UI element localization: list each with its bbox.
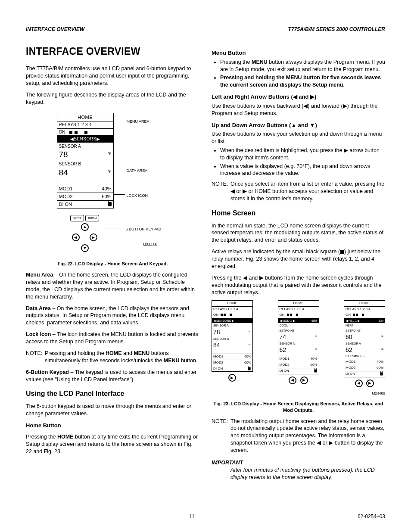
up-arrow-button[interactable]: ▲: [81, 223, 89, 231]
note-select: NOTE: Once you select an item from a lis…: [212, 180, 385, 202]
mini-c-hdr-r: ON: [379, 319, 384, 323]
menu-button[interactable]: menu: [85, 215, 99, 221]
mini-a-v2: 84ºF: [212, 341, 252, 349]
mini-c-setp: SETPOINT: [344, 328, 385, 333]
val-b: 84: [59, 168, 68, 177]
lcd-box: HOME RELAYS 1 2 3 4 ON ◀SENSORS▶ SENSOR …: [57, 113, 114, 208]
m2v: 60%: [244, 361, 251, 365]
mini-c-hdr-l: ◀ REL 1 ▶: [346, 319, 360, 323]
relay-indicator-icon: [296, 314, 298, 316]
relay-indicator-icon: [69, 131, 72, 134]
note-label: NOTE:: [26, 350, 45, 364]
m1l: MOD1: [346, 360, 355, 364]
lock-icon: [314, 369, 317, 372]
mini-a-v1-val: 78: [213, 329, 220, 336]
dil: DI ON: [213, 367, 223, 371]
title-interface-overview: INTERFACE OVERVIEW: [26, 45, 199, 58]
mini-mod2: MOD260%: [278, 362, 319, 368]
note-lock: NOTE: Pressing and holding the HOME and …: [26, 350, 199, 364]
ud-list: When the desired item is highlighted, yo…: [220, 147, 385, 177]
ud-li2: When a value is displayed (e.g. 70°F), t…: [220, 163, 385, 177]
mod2-label: MOD2: [59, 193, 73, 200]
mini-on-row: ON: [344, 312, 385, 318]
mini-b-nav: ◀ ▶: [278, 376, 319, 387]
keypad-label: 6-Button Keypad: [26, 369, 69, 375]
home-button-p: Pressing the HOME button at any time exi…: [26, 433, 199, 455]
data-area-para: Data Area – On the home screen, the LCD …: [26, 305, 199, 327]
fig23-caption: Fig. 23. LCD Display - Home Screen Displ…: [212, 401, 385, 414]
callout-line: [114, 120, 125, 120]
mini-a-v2-val: 84: [213, 342, 220, 348]
mini-di: DI ON: [212, 366, 252, 372]
lcd-on-row: ON: [57, 129, 113, 136]
page-number: 11: [189, 513, 194, 520]
left-arrow-button[interactable]: ◀: [355, 380, 363, 387]
callout-line: [114, 194, 125, 195]
ud-li1: When the desired item is highlighted, yo…: [220, 147, 385, 162]
mini-b-v1: 74ºF: [278, 333, 319, 341]
menu-area-label: Menu Area: [26, 272, 53, 278]
lcd-mod1-row: MOD140%: [57, 185, 113, 193]
right-arrow-button[interactable]: ▶: [300, 376, 308, 384]
home-p3: Pressing the ◀ and ▶ buttons from the ho…: [212, 274, 385, 296]
note-body: Once you select an item from a list or e…: [230, 180, 385, 202]
mini-c-v1-val: 60: [346, 333, 352, 340]
left-arrow-button[interactable]: ◀: [72, 233, 80, 241]
mini-b-v1-val: 74: [280, 333, 286, 340]
callout-data-area: DATA AREA: [127, 168, 148, 173]
home-p2a: Active relays are indicated by the small…: [212, 249, 340, 255]
mini-c-nav: ◀ ▶: [344, 379, 385, 390]
relay-indicator-icon: [287, 314, 289, 316]
mini-c-v1: 60ºF: [344, 333, 385, 341]
lcd-mod2-row: MOD260%: [57, 193, 113, 200]
data-area-label: Data Area: [26, 305, 51, 311]
relay-indicator-icon: [230, 314, 232, 316]
lcd-relays: RELAYS 1 2 3 4: [57, 121, 113, 129]
mini-c-heat: HEAT: [344, 323, 385, 328]
intro-p1: The T775A/B/M controllers use an LCD pan…: [26, 65, 199, 87]
mini-di: DI ON: [344, 371, 385, 377]
mini-b-hdr-r: 40%: [311, 319, 317, 323]
relay-off-icon: [79, 131, 82, 134]
relay-off-icon: [359, 314, 361, 316]
h3-home-button: Home Button: [26, 422, 199, 429]
lcd-sensors-header: ◀SENSORS▶: [57, 136, 113, 143]
right-arrow-button[interactable]: ▶: [90, 233, 97, 241]
down-arrow-button[interactable]: ▼: [81, 244, 89, 252]
deg-unit: ºF: [315, 348, 318, 351]
mini-c-v2-val: 62: [346, 346, 352, 353]
left-arrow-button[interactable]: ◀: [289, 376, 296, 384]
fig22-caption: Fig. 22. LCD Display - Home Screen And K…: [26, 261, 199, 267]
mini-c-sensa: SENSOR A: [344, 341, 385, 346]
relay-off-icon: [293, 314, 295, 316]
mini-on: ON: [280, 313, 285, 317]
fig23-code: M24489: [212, 391, 385, 396]
m2l: MOD2: [213, 361, 223, 365]
ud-p: Use these buttons to move your selection…: [212, 131, 385, 145]
fig22-lcd-keypad: HOME RELAYS 1 2 3 4 ON ◀SENSORS▶ SENSOR …: [57, 113, 169, 257]
mini-a-l2: SENSOR B: [212, 336, 252, 341]
menu-li2: Pressing and holding the MENU button for…: [220, 74, 385, 89]
lock-icon-para: Lock Icon – The icon indicates the MENU …: [26, 331, 199, 345]
mini-b-hdr-l: ◀ MOD 1 ▶: [280, 319, 295, 323]
mini-mod1: MOD140%: [278, 356, 319, 362]
note-body: The modulating output home screen and th…: [230, 418, 385, 454]
dpad: ▲ ◀ ▶ ▼: [57, 223, 113, 255]
mini-relays: RELAYS 1 2 3 4: [344, 307, 385, 312]
right-arrow-button[interactable]: ▶: [228, 374, 236, 382]
relay-indicator-icon: [224, 314, 226, 316]
dil: DI ON: [280, 369, 289, 373]
lock-icon-label: Lock Icon: [26, 331, 51, 337]
home-button[interactable]: home: [70, 215, 84, 221]
mini-b-v2: 62ºF: [278, 346, 319, 354]
m1l: MOD1: [213, 355, 223, 359]
mod1-value: 40%: [102, 186, 111, 192]
mini-home: HOME: [344, 301, 385, 307]
right-arrow-button[interactable]: ▶: [366, 380, 374, 387]
lcd-on-label: ON: [59, 130, 65, 134]
note-label: NOTE:: [212, 180, 230, 202]
m1l: MOD1: [280, 357, 290, 361]
h2-using-interface: Using the LCD Panel Interface: [26, 389, 199, 398]
menu-area-para: Menu Area – On the home screen, the LCD …: [26, 271, 199, 301]
mini-c-v2: 62ºF: [344, 346, 385, 354]
